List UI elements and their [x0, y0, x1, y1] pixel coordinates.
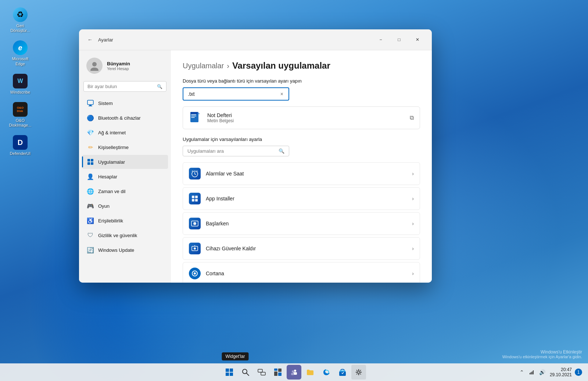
notepad-result-card[interactable]: Not Defteri Metin Belgesi ⧉ — [183, 106, 420, 129]
cortana-icon — [189, 268, 201, 279]
clock-time: 20:47 — [550, 367, 572, 372]
winupdate-icon: 🔄 — [86, 246, 94, 254]
taskbar: ⌃ 🔊 20:47 29.10.2021 1 — [0, 363, 588, 381]
system-tray: ⌃ 🔊 — [517, 368, 547, 377]
breadcrumb-current: Varsayılan uygulamalar — [232, 61, 330, 71]
svg-rect-50 — [530, 373, 530, 374]
notification-icon[interactable]: 1 — [575, 369, 582, 376]
taskbar-edge-button[interactable] — [319, 365, 334, 380]
apps-search-section: 🔍 — [183, 146, 420, 156]
notepad-info: Not Defteri Metin Belgesi — [207, 112, 410, 123]
sidebar-item-uygulamalar[interactable]: Uygulamalar — [82, 155, 168, 169]
desktop-icon-oandoo[interactable]: O&ODisk O&ODiskImage... — [7, 102, 33, 128]
start-button[interactable] — [222, 365, 237, 380]
network-icon: 💎 — [86, 128, 94, 137]
svg-rect-52 — [532, 371, 533, 374]
svg-rect-38 — [261, 372, 265, 375]
svg-rect-23 — [195, 199, 198, 202]
sidebar-label-hesaplar: Hesaplar — [98, 174, 117, 179]
desktop-icon-edge[interactable]: e MicrosoftEdge — [7, 40, 33, 66]
appinstaller-icon — [189, 193, 201, 204]
sidebar-item-network[interactable]: 💎 Ağ & internet — [82, 126, 168, 139]
svg-point-0 — [92, 62, 97, 66]
svg-rect-10 — [191, 114, 196, 115]
sidebar-label-bluetooth: Bluetooth & cihazlar — [98, 115, 141, 121]
settings-window: ← Ayarlar − □ ✕ Bünyamin Yerel Hesap — [79, 29, 432, 283]
window-body: Bünyamin Yerel Hesap 🔍 Sistem 🔵 Bluetoot… — [79, 50, 432, 283]
widgets-button[interactable] — [270, 365, 285, 380]
taskbar-clock[interactable]: 20:47 29.10.2021 — [550, 367, 572, 377]
tray-network[interactable] — [528, 368, 537, 377]
maximize-button[interactable]: □ — [391, 34, 408, 46]
taskbar-settings-button[interactable] — [351, 365, 366, 380]
apps-search-box[interactable]: 🔍 — [183, 146, 289, 156]
edge-label: MicrosoftEdge — [12, 57, 29, 66]
app-list-item-baslarken[interactable]: Başlarken › — [183, 212, 420, 235]
sidebar-item-zaman[interactable]: 🌐 Zaman ve dil — [82, 184, 168, 198]
cihaz-name: Cihazı Güvenle Kaldır — [206, 246, 412, 251]
svg-rect-34 — [230, 373, 233, 376]
taskview-button[interactable] — [254, 365, 269, 380]
external-link-icon[interactable]: ⧉ — [410, 115, 414, 121]
notepad-type: Metin Belgesi — [207, 118, 410, 123]
app-list-item-alarmlar[interactable]: Alarmlar ve Saat › — [183, 162, 420, 185]
app-list-item-cortana[interactable]: Cortana › — [183, 262, 420, 283]
cihaz-icon — [189, 243, 201, 254]
taskbar-right: ⌃ 🔊 20:47 29.10.2021 1 — [517, 367, 582, 377]
tray-chevron[interactable]: ⌃ — [517, 368, 526, 377]
widgets-tooltip: Widget'lar — [222, 352, 249, 360]
apps-section-label: Uygulamalar için varsayılanları ayarla — [183, 137, 420, 142]
sidebar-item-sistem[interactable]: Sistem — [82, 96, 168, 110]
sidebar-search-input[interactable] — [87, 84, 157, 89]
file-type-clear-button[interactable]: × — [280, 90, 284, 98]
store-button[interactable] — [335, 365, 350, 380]
sidebar-item-bluetooth[interactable]: 🔵 Bluetooth & cihazlar — [82, 111, 168, 125]
sidebar-search-box[interactable]: 🔍 — [83, 81, 166, 92]
defender-icon: D — [13, 135, 28, 150]
bluetooth-icon: 🔵 — [86, 114, 94, 122]
file-type-section-label: Dosya türü veya bağlantı türü için varsa… — [183, 78, 420, 84]
teams-button[interactable] — [287, 365, 301, 380]
cihaz-chevron: › — [412, 246, 414, 251]
desktop-icon-windscribe[interactable]: W Windscribe — [7, 74, 33, 95]
file-type-search-box[interactable]: × — [183, 87, 289, 101]
sidebar-item-gizlilik[interactable]: 🛡 Gizlilik ve güvenlik — [82, 228, 168, 242]
desktop-icon-defender[interactable]: D DefenderUI — [7, 135, 33, 156]
svg-rect-22 — [192, 199, 194, 202]
sidebar-item-oyun[interactable]: 🎮 Oyun — [82, 199, 168, 213]
apps-search-input[interactable] — [187, 148, 279, 154]
back-button[interactable]: ← — [85, 35, 95, 45]
file-type-input[interactable] — [188, 91, 280, 97]
app-list-item-cihaz[interactable]: Cihazı Güvenle Kaldır › — [183, 237, 420, 260]
sidebar-item-winupdate[interactable]: 🔄 Windows Update — [82, 243, 168, 257]
notepad-name: Not Defteri — [207, 112, 410, 118]
svg-point-27 — [194, 247, 196, 250]
hesaplar-icon: 👤 — [86, 173, 94, 181]
sidebar-label-sistem: Sistem — [98, 101, 113, 106]
close-button[interactable]: ✕ — [409, 34, 426, 46]
svg-rect-12 — [191, 117, 195, 118]
app-list-item-appinstaller[interactable]: App Installer › — [183, 187, 420, 210]
sidebar-label-zaman: Zaman ve dil — [98, 189, 125, 194]
taskbar-search-button[interactable] — [238, 365, 253, 380]
desktop-icon-recycle[interactable]: ♻ GeriDönüştür... — [7, 7, 33, 33]
svg-rect-5 — [87, 159, 90, 162]
erisim-icon: ♿ — [86, 217, 94, 225]
sidebar-item-kisisellik[interactable]: ✏ Kişiselleştirme — [82, 140, 168, 154]
tray-volume[interactable]: 🔊 — [538, 368, 547, 377]
svg-rect-2 — [87, 100, 93, 105]
window-title: Ayarlar — [98, 37, 113, 43]
oandoo-label: O&ODiskImage... — [9, 118, 31, 128]
svg-rect-39 — [274, 369, 277, 371]
sidebar-item-hesaplar[interactable]: 👤 Hesaplar — [82, 170, 168, 184]
minimize-button[interactable]: − — [372, 34, 389, 46]
sidebar-item-erisim[interactable]: ♿ Erişilebilirlik — [82, 214, 168, 228]
kisisellik-icon: ✏ — [86, 143, 94, 151]
user-profile[interactable]: Bünyamin Yerel Hesap — [82, 55, 168, 77]
user-type: Yerel Hesap — [107, 66, 130, 71]
clock-date: 29.10.2021 — [550, 372, 572, 377]
oyun-icon: 🎮 — [86, 202, 94, 210]
svg-rect-3 — [89, 105, 92, 106]
file-explorer-button[interactable] — [303, 365, 318, 380]
activate-line2: Windows'u etkinleştirmek için Ayarlar'a … — [502, 355, 582, 359]
